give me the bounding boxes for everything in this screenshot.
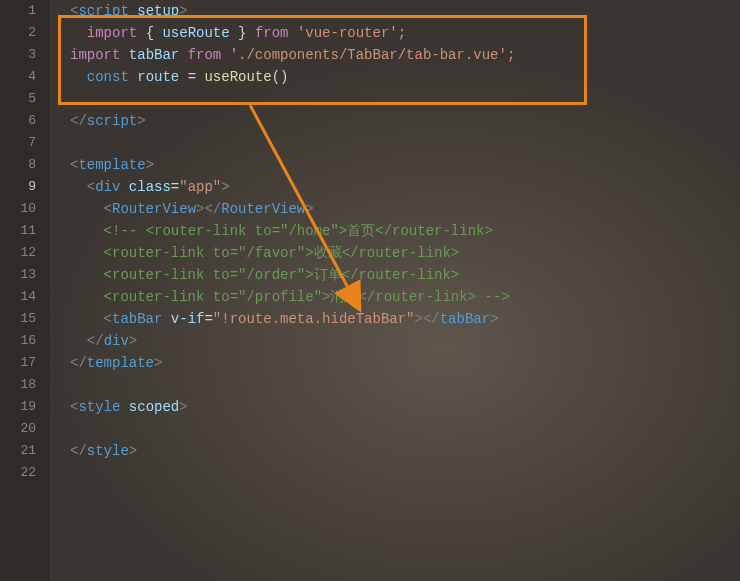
line-number: 2: [0, 22, 36, 44]
line-number: 10: [0, 198, 36, 220]
line-number: 1: [0, 0, 36, 22]
code-line[interactable]: </style>: [50, 440, 740, 462]
line-number: 7: [0, 132, 36, 154]
code-line[interactable]: <script setup>: [50, 0, 740, 22]
code-line[interactable]: import { useRoute } from 'vue-router';: [50, 22, 740, 44]
code-line[interactable]: <template>: [50, 154, 740, 176]
line-number: 17: [0, 352, 36, 374]
line-number: 5: [0, 88, 36, 110]
code-line[interactable]: <div class="app">: [50, 176, 740, 198]
code-line[interactable]: </template>: [50, 352, 740, 374]
code-line[interactable]: </div>: [50, 330, 740, 352]
line-number-active: 9: [0, 176, 36, 198]
line-number: 6: [0, 110, 36, 132]
code-line[interactable]: const route = useRoute(): [50, 66, 740, 88]
code-line[interactable]: <router-link to="/favor">收藏</router-link…: [50, 242, 740, 264]
line-number: 8: [0, 154, 36, 176]
line-number: 13: [0, 264, 36, 286]
line-number: 14: [0, 286, 36, 308]
line-number: 20: [0, 418, 36, 440]
code-line[interactable]: [50, 462, 740, 484]
line-number-gutter: 1 2 3 4 5 6 7 8 9 10 11 12 13 14 15 16 1…: [0, 0, 50, 581]
line-number: 15: [0, 308, 36, 330]
line-number: 18: [0, 374, 36, 396]
line-number: 22: [0, 462, 36, 484]
code-line[interactable]: [50, 88, 740, 110]
code-line[interactable]: [50, 132, 740, 154]
line-number: 16: [0, 330, 36, 352]
code-line[interactable]: [50, 418, 740, 440]
code-line[interactable]: import tabBar from './components/TabBar/…: [50, 44, 740, 66]
code-line[interactable]: <!-- <router-link to="/home">首页</router-…: [50, 220, 740, 242]
line-number: 21: [0, 440, 36, 462]
line-number: 3: [0, 44, 36, 66]
code-line[interactable]: <router-link to="/order">订单</router-link…: [50, 264, 740, 286]
code-editor: 1 2 3 4 5 6 7 8 9 10 11 12 13 14 15 16 1…: [0, 0, 740, 581]
line-number: 12: [0, 242, 36, 264]
code-line[interactable]: [50, 374, 740, 396]
code-line[interactable]: <style scoped>: [50, 396, 740, 418]
code-line[interactable]: <router-link to="/profile">消息</router-li…: [50, 286, 740, 308]
code-area[interactable]: <script setup> import { useRoute } from …: [50, 0, 740, 581]
line-number: 19: [0, 396, 36, 418]
code-line[interactable]: <tabBar v-if="!route.meta.hideTabBar"></…: [50, 308, 740, 330]
code-line[interactable]: </script>: [50, 110, 740, 132]
line-number: 4: [0, 66, 36, 88]
code-line[interactable]: <RouterView></RouterView>: [50, 198, 740, 220]
line-number: 11: [0, 220, 36, 242]
